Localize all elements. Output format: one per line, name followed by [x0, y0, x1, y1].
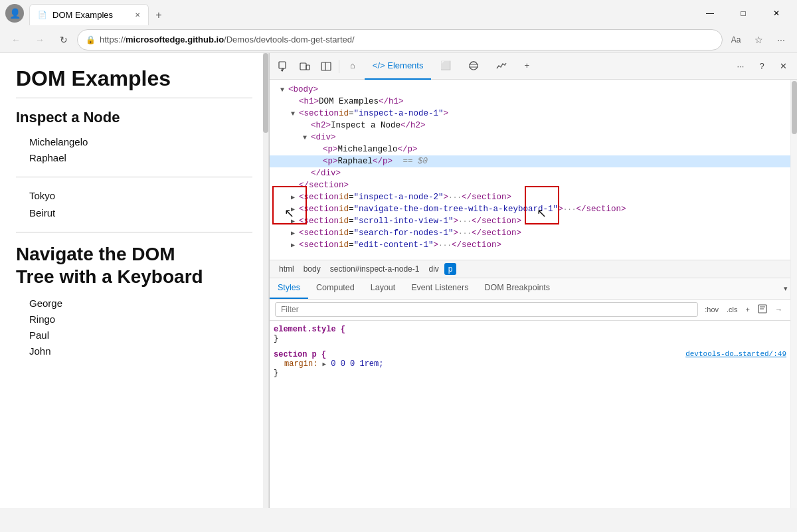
- minimize-button[interactable]: —: [695, 3, 725, 23]
- dom-line-h2[interactable]: <h2>Inspect a Node</h2>: [270, 120, 790, 132]
- section2-triangle[interactable]: [291, 193, 299, 201]
- device-emulation-button[interactable]: [295, 57, 315, 76]
- forward-button[interactable]: →: [29, 29, 50, 50]
- styles-filter-bar: :hov .cls + →: [270, 300, 790, 321]
- dom-line-section1-close[interactable]: </section>: [270, 179, 790, 191]
- back-button[interactable]: ←: [5, 29, 27, 50]
- window-controls: — □ ✕: [695, 3, 792, 23]
- navigation-bar: ← → ↻ 🔒 https://microsoftedge.github.io/…: [0, 27, 797, 53]
- breadcrumb-body[interactable]: body: [300, 263, 325, 275]
- hov-button[interactable]: :hov: [702, 304, 721, 315]
- toggle-computed-button[interactable]: →: [772, 304, 785, 315]
- profile-avatar[interactable]: 👤: [5, 4, 24, 23]
- styles-panel-tabs: Styles Computed Layout Event Listeners D…: [270, 278, 790, 300]
- tab-network[interactable]: [488, 53, 515, 80]
- page-scrollbar[interactable]: [263, 53, 268, 508]
- section-1-divider: [16, 177, 252, 177]
- event-listeners-tab[interactable]: Event Listeners: [403, 278, 476, 299]
- css-selector-element: element.style {: [274, 325, 786, 334]
- tab-more[interactable]: +: [516, 53, 537, 80]
- page-content: DOM Examples Inspect a Node Michelangelo…: [0, 53, 269, 508]
- help-button[interactable]: ?: [752, 57, 772, 76]
- computed-tab[interactable]: Computed: [308, 278, 363, 299]
- dom-line-section3[interactable]: <section id="navigate-the-dom-tree-with-…: [270, 203, 790, 215]
- title-bar: 👤 📄 DOM Examples ✕ + — □ ✕: [0, 0, 797, 27]
- dom-line-section4[interactable]: <section id="scroll-into-view-1"> ··· </…: [270, 215, 790, 227]
- styles-filter-input[interactable]: [275, 302, 698, 317]
- css-close-element: }: [274, 334, 786, 343]
- devtools-scrollbar-thumb: [792, 81, 797, 134]
- active-tab[interactable]: 📄 DOM Examples ✕: [29, 4, 149, 25]
- toggle-sidebar-button[interactable]: [316, 57, 336, 76]
- breadcrumb-p[interactable]: p: [444, 263, 457, 275]
- tab-icon: 📄: [38, 11, 47, 19]
- breadcrumb-section[interactable]: section#inspect-a-node-1: [326, 263, 424, 275]
- devtools-right-panel: <body> <h1>DOM Examples</h1>: [270, 80, 797, 508]
- dom-line-div-close[interactable]: </div>: [270, 167, 790, 179]
- styles-more-button[interactable]: ▾: [781, 278, 790, 299]
- new-tab-button[interactable]: +: [149, 5, 169, 25]
- url-domain: microsoftedge.github.io: [126, 35, 224, 44]
- dom-line-section6[interactable]: <section id="edit-content-1"> ··· </sect…: [270, 239, 790, 251]
- dom-tree[interactable]: <body> <h1>DOM Examples</h1>: [270, 80, 790, 255]
- devtools-scrollbar[interactable]: [790, 80, 797, 508]
- scrollbar-thumb: [263, 53, 268, 133]
- devtools-main: <body> <h1>DOM Examples</h1>: [270, 80, 790, 508]
- close-devtools-button[interactable]: ✕: [773, 57, 793, 76]
- margin-value: 0 0 0 1rem;: [331, 359, 383, 369]
- css-rule-section-p: section p { devtools-do…started/:49 marg…: [274, 350, 786, 378]
- nav-actions: Aa ☆ ···: [725, 29, 792, 50]
- close-button[interactable]: ✕: [761, 3, 792, 23]
- tab-sources[interactable]: [460, 53, 487, 80]
- maximize-button[interactable]: □: [728, 3, 758, 23]
- tab-home[interactable]: ⌂: [342, 53, 363, 80]
- styles-tab[interactable]: Styles: [270, 278, 308, 299]
- browser-menu-button[interactable]: ···: [770, 29, 792, 50]
- dom-line-p-michelangelo[interactable]: <p>Michelangelo</p>: [270, 143, 790, 155]
- devtools-toolbar: ⌂ </> Elements ⬜: [270, 53, 797, 80]
- svg-rect-4: [321, 62, 331, 70]
- breadcrumb-div[interactable]: div: [424, 263, 442, 275]
- more-tools-button[interactable]: ···: [731, 57, 751, 76]
- section-1-heading: Inspect a Node: [16, 109, 252, 126]
- read-mode-button[interactable]: Aa: [725, 29, 747, 50]
- css-selector-section-p: section p {: [274, 350, 326, 359]
- refresh-button[interactable]: ↻: [53, 29, 74, 50]
- section4-triangle[interactable]: [291, 217, 299, 225]
- section-2-divider: [16, 232, 252, 232]
- section-3-item-3: Paul: [29, 327, 252, 343]
- dom-line-h1[interactable]: <h1>DOM Examples</h1>: [270, 96, 790, 108]
- tab-elements[interactable]: </> Elements: [365, 53, 432, 80]
- style-inspector-button[interactable]: [755, 303, 770, 316]
- lock-icon: 🔒: [86, 35, 96, 44]
- tab-close-button[interactable]: ✕: [135, 11, 140, 19]
- dom-line-div[interactable]: <div>: [270, 132, 790, 143]
- dom-breakpoints-tab[interactable]: DOM Breakpoints: [476, 278, 558, 299]
- section-1-item-2: Raphael: [29, 150, 252, 166]
- h1-tag: <h1>: [299, 97, 319, 106]
- layout-tab[interactable]: Layout: [363, 278, 404, 299]
- cls-button[interactable]: .cls: [724, 304, 741, 315]
- dom-line-section1[interactable]: <section id="inspect-a-node-1">: [270, 108, 790, 120]
- section3-triangle[interactable]: [291, 205, 299, 213]
- tab-console[interactable]: ⬜: [432, 53, 459, 80]
- dom-line-section5[interactable]: <section id="search-for-nodes-1"> ··· </…: [270, 227, 790, 239]
- body-triangle[interactable]: [280, 86, 288, 94]
- section-1-item-1: Michelangelo: [29, 134, 252, 150]
- dom-line-body[interactable]: <body>: [270, 84, 790, 96]
- breadcrumb-html[interactable]: html: [275, 263, 298, 275]
- section1-triangle[interactable]: [291, 110, 299, 118]
- section-2-item-city2: Beirut: [29, 205, 252, 221]
- new-style-rule-button[interactable]: +: [743, 304, 753, 315]
- inspect-element-button[interactable]: [274, 57, 294, 76]
- div-triangle[interactable]: [303, 134, 311, 141]
- favorites-button[interactable]: ☆: [748, 29, 769, 50]
- svg-rect-2: [300, 63, 306, 70]
- dom-line-section2[interactable]: <section id="inspect-a-node-2"> ··· </se…: [270, 191, 790, 203]
- address-bar[interactable]: 🔒 https://microsoftedge.github.io/Demos/…: [77, 29, 723, 50]
- sources-icon: [468, 60, 479, 71]
- section5-triangle[interactable]: [291, 229, 299, 237]
- section6-triangle[interactable]: [291, 241, 299, 249]
- css-file-link[interactable]: devtools-do…started/:49: [685, 350, 786, 359]
- dom-line-p-raphael[interactable]: <p>Raphael</p> == $0: [270, 155, 790, 167]
